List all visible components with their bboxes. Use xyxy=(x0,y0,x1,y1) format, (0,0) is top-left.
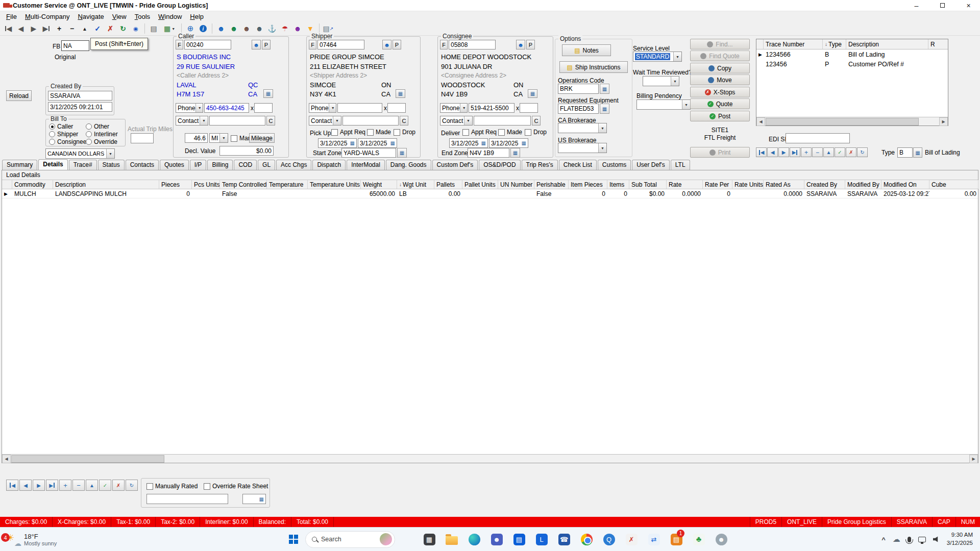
service-level-select[interactable]: STANDARD▼ xyxy=(633,52,682,62)
consignee-deliver-date2-input[interactable]: 3/12/2025▦ xyxy=(489,138,528,148)
caller-contact-select[interactable]: Contact▼ xyxy=(176,116,208,126)
ca-brokerage-select[interactable]: ▼ xyxy=(558,123,607,133)
consignee-c-button[interactable]: C xyxy=(532,116,541,126)
column-header-item-pieces[interactable]: Item Pieces xyxy=(569,180,607,189)
trace-delete-button[interactable]: − xyxy=(812,147,823,157)
scroll-left-icon[interactable]: ◀ xyxy=(2,455,11,463)
load-delete-button[interactable]: − xyxy=(72,480,85,491)
menu-file[interactable]: File xyxy=(2,12,21,21)
edit-record-button[interactable]: ▲ xyxy=(79,22,91,35)
caller-phone-input[interactable]: 450-663-4245 xyxy=(204,103,249,113)
next-record-button[interactable]: ▶ xyxy=(28,22,40,35)
tab-customs[interactable]: Customs xyxy=(598,160,631,170)
ship-instructions-button[interactable]: ▤Ship Instructions xyxy=(559,61,628,73)
caller-phone-select[interactable]: Phone▼ xyxy=(176,103,203,113)
trace-r-column-header[interactable]: R xyxy=(928,39,948,49)
actual-trip-miles-input[interactable] xyxy=(131,133,154,143)
operations-code-lookup-icon[interactable]: ▦ xyxy=(600,84,609,94)
menu-window[interactable]: Window xyxy=(154,12,186,21)
speaker-icon[interactable] xyxy=(933,536,940,542)
load-last-button[interactable]: ▶ xyxy=(46,480,58,491)
shipper-phone-select[interactable]: Phone▼ xyxy=(309,103,336,113)
column-header-rate[interactable]: Rate xyxy=(667,180,703,189)
load-details-row[interactable]: ▶ MULCH LANDSCAPPING MULCH 0 False 65000… xyxy=(2,189,978,198)
start-button[interactable] xyxy=(283,528,304,551)
caller-profile-icon[interactable]: ☻ xyxy=(252,40,261,49)
taskbar-app-chrome[interactable] xyxy=(578,529,595,549)
menu-help[interactable]: Help xyxy=(186,12,208,21)
trace-first-button[interactable]: ◀ xyxy=(756,147,767,157)
previous-record-button[interactable]: ◀ xyxy=(15,22,27,35)
carriers-icon[interactable]: ☻ xyxy=(253,22,265,35)
post-button[interactable]: ✓Post xyxy=(690,111,750,121)
shipper-pickup-date-input[interactable]: 3/12/2025▦ xyxy=(318,138,357,148)
column-header-perishable[interactable]: Perishable xyxy=(534,180,569,189)
shipper-code-input[interactable]: 07464 xyxy=(317,40,364,49)
taskbar-app-phone-link[interactable]: L xyxy=(533,529,550,549)
tab-summary[interactable]: Summary xyxy=(2,160,37,170)
tab-osd-pod[interactable]: OS&D/POD xyxy=(479,160,520,170)
consignee-zone-input[interactable]: N4V 1B9 xyxy=(468,148,509,158)
shipper-f-button[interactable]: F xyxy=(309,40,316,49)
shipper-phone-input[interactable] xyxy=(337,103,382,113)
tab-custom-defs[interactable]: Custom Def's xyxy=(432,160,478,170)
currency-select[interactable]: CANADIAN DOLLARS▼ xyxy=(45,148,115,159)
consignee-p-button[interactable]: P xyxy=(526,40,535,49)
taskbar-app-teamviewer[interactable]: ☻ xyxy=(713,529,730,549)
shipper-made-checkbox[interactable]: Made xyxy=(367,129,391,136)
taskbar-app-store[interactable]: ▤ xyxy=(510,529,528,549)
onedrive-icon[interactable]: ☁ xyxy=(893,535,900,544)
maximize-button[interactable] xyxy=(931,0,954,11)
shipper-pickup-date2-input[interactable]: 3/12/2025▦ xyxy=(358,138,397,148)
tab-quotes[interactable]: Quotes xyxy=(160,160,189,170)
tab-check-list[interactable]: Check List xyxy=(559,160,597,170)
column-header-description[interactable]: Description xyxy=(53,180,159,189)
caller-c-button[interactable]: C xyxy=(266,116,275,126)
tab-dispatch[interactable]: Dispatch xyxy=(312,160,346,170)
anchor-icon[interactable]: ⚓ xyxy=(266,22,278,35)
record-status-icon[interactable]: ◉ xyxy=(130,22,142,35)
column-header-temperature-units[interactable]: Temperature Units xyxy=(308,180,361,189)
bill-to-shipper-radio[interactable]: Shipper xyxy=(49,131,78,138)
caller-miles-input[interactable]: 46.6 xyxy=(185,133,208,143)
load-first-button[interactable]: ◀ xyxy=(6,480,18,491)
taskbar-app-quick-assist[interactable]: Q xyxy=(600,529,618,549)
caller-man-checkbox[interactable]: Man xyxy=(231,135,251,142)
move-button[interactable]: Move xyxy=(690,74,750,85)
microphone-icon[interactable] xyxy=(908,537,911,542)
column-header-rate-units[interactable]: Rate Units xyxy=(732,180,764,189)
tab-trace[interactable]: Trace# xyxy=(69,160,97,170)
bill-to-consignee-radio[interactable]: Consignee xyxy=(49,138,86,145)
display-icon[interactable] xyxy=(918,537,926,542)
print-action-button[interactable]: Print xyxy=(690,147,750,158)
shipper-zone-lookup-icon[interactable]: ▦ xyxy=(397,148,407,158)
bill-to-interliner-radio[interactable]: Interliner xyxy=(86,131,118,138)
trace-type-column-header[interactable]: ↓Type xyxy=(823,39,846,49)
menu-navigate[interactable]: Navigate xyxy=(74,12,108,21)
column-header-pallets[interactable]: Pallets xyxy=(434,180,462,189)
shipper-address-lookup-icon[interactable]: ▦ xyxy=(396,89,405,98)
consignee-contact-select[interactable]: Contact▼ xyxy=(440,116,473,126)
load-cancel-button[interactable]: ✗ xyxy=(112,480,125,491)
caller-ext-input[interactable] xyxy=(254,103,273,113)
trace-horizontal-scrollbar[interactable]: ◀ ▶ xyxy=(756,117,948,126)
caller-code-input[interactable]: 00240 xyxy=(184,40,231,49)
trace-number-column-header[interactable]: Trace Number xyxy=(764,39,823,49)
trace-next-button[interactable]: ▶ xyxy=(778,147,789,157)
shipper-zone-input[interactable]: YARD-WALS xyxy=(341,148,396,158)
load-prev-button[interactable]: ◀ xyxy=(19,480,32,491)
column-header-rate-per[interactable]: Rate Per xyxy=(703,180,732,189)
shipper-p-button[interactable]: P xyxy=(393,40,401,49)
delete-record-button[interactable]: − xyxy=(66,22,78,35)
caller-address-lookup-icon[interactable]: ▦ xyxy=(263,89,273,98)
column-header-pallet-units[interactable]: Pallet Units xyxy=(462,180,498,189)
menu-view[interactable]: View xyxy=(108,12,131,21)
requested-equipment-input[interactable]: FLATBED53 xyxy=(558,104,599,114)
caller-mileage-button[interactable]: Mileage xyxy=(249,133,275,143)
caller-miles-unit-select[interactable]: MI▼ xyxy=(209,133,228,143)
rating-input[interactable] xyxy=(146,494,228,504)
column-header-temperature[interactable]: Temperature xyxy=(267,180,308,189)
trace-refresh-button[interactable]: ↻ xyxy=(857,147,868,157)
refresh-button[interactable]: ↻ xyxy=(117,22,129,35)
consignee-code-input[interactable]: 05808 xyxy=(449,40,496,49)
